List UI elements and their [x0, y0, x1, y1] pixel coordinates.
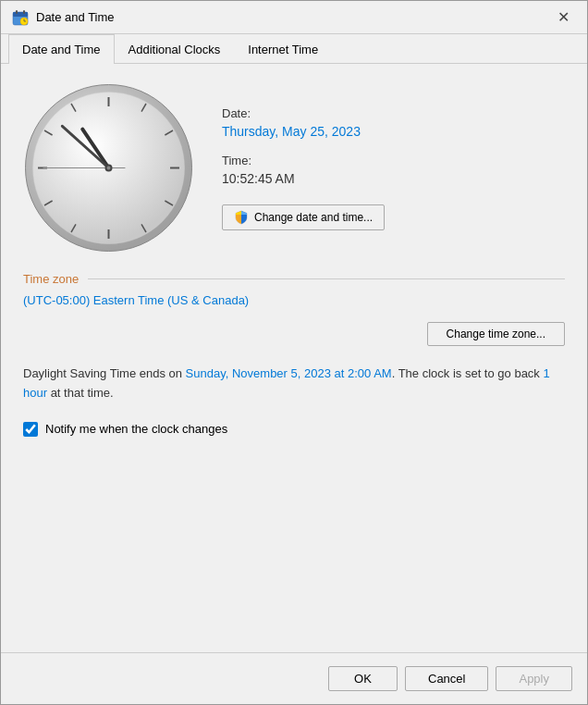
- dst-text-mid: . The clock is set to go back: [392, 366, 544, 380]
- svg-rect-1: [13, 12, 28, 17]
- date-label: Date:: [222, 106, 565, 120]
- tab-bar: Date and Time Additional Clocks Internet…: [1, 34, 587, 64]
- notify-label: Notify me when the clock changes: [45, 422, 227, 436]
- dst-text-prefix: Daylight Saving Time ends on: [23, 366, 186, 380]
- clock-date-section: Date: Thursday, May 25, 2023 Time: 10:52…: [23, 82, 565, 254]
- notify-checkbox[interactable]: [23, 422, 38, 437]
- tab-date-time[interactable]: Date and Time: [8, 34, 115, 64]
- svg-point-25: [107, 167, 111, 170]
- apply-button[interactable]: Apply: [496, 666, 572, 691]
- notify-section: Notify me when the clock changes: [23, 422, 565, 437]
- tab-additional-clocks[interactable]: Additional Clocks: [115, 34, 235, 64]
- dst-text-suffix: at that time.: [47, 386, 114, 400]
- date-value: Thursday, May 25, 2023: [222, 124, 565, 139]
- title-bar: Date and Time ✕: [1, 1, 587, 34]
- window-title: Date and Time: [36, 10, 115, 24]
- timezone-value: (UTC-05:00) Eastern Time (US & Canada): [23, 293, 565, 307]
- tab-content: Date: Thursday, May 25, 2023 Time: 10:52…: [1, 64, 587, 652]
- ok-button[interactable]: OK: [328, 666, 398, 691]
- dst-date: Sunday, November 5, 2023 at 2:00 AM: [186, 366, 392, 380]
- analog-clock: [23, 82, 194, 254]
- svg-rect-2: [16, 10, 18, 14]
- change-timezone-button[interactable]: Change time zone...: [427, 322, 565, 346]
- time-value: 10:52:45 AM: [222, 171, 565, 186]
- change-datetime-label: Change date and time...: [254, 211, 373, 224]
- cancel-button[interactable]: Cancel: [405, 666, 488, 691]
- change-datetime-button[interactable]: Change date and time...: [222, 204, 385, 230]
- uac-shield-icon: [234, 210, 249, 225]
- close-button[interactable]: ✕: [550, 5, 576, 31]
- calendar-clock-icon: [12, 9, 29, 26]
- timezone-section-label: Time zone: [23, 272, 79, 286]
- title-bar-left: Date and Time: [12, 9, 115, 26]
- time-label: Time:: [222, 154, 565, 167]
- svg-rect-3: [23, 10, 25, 14]
- timezone-divider: Time zone: [23, 272, 565, 286]
- date-time-dialog: Date and Time ✕ Date and Time Additional…: [0, 0, 588, 705]
- divider-line: [88, 278, 565, 279]
- tab-internet-time[interactable]: Internet Time: [234, 34, 332, 64]
- dialog-footer: OK Cancel Apply: [1, 652, 587, 704]
- date-time-info: Date: Thursday, May 25, 2023 Time: 10:52…: [222, 106, 565, 230]
- dst-info: Daylight Saving Time ends on Sunday, Nov…: [23, 365, 565, 403]
